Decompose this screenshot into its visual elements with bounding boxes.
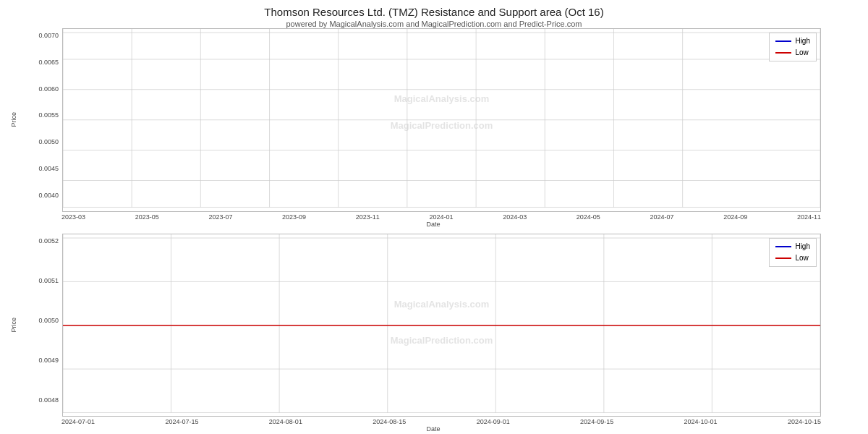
chart2-x-axis: 2024-07-01 2024-07-15 2024-08-01 2024-08…: [7, 418, 861, 425]
y1-tick3: 0.0055: [38, 111, 59, 119]
chart1-wrapper: Price 0.0070 0.0065 0.0060 0.0055 0.0050…: [7, 28, 861, 229]
main-title: Thomson Resources Ltd. (TMZ) Resistance …: [264, 6, 603, 18]
chart1-y-axis-label: Price: [10, 112, 17, 127]
x2-tick6: 2024-10-01: [684, 418, 718, 425]
chart2-plot: MagicalAnalysis.com MagicalPrediction.co…: [62, 234, 821, 417]
y1-tick2: 0.0060: [38, 85, 59, 93]
subtitle: powered by MagicalAnalysis.com and Magic…: [286, 20, 582, 28]
chart1-plot: MagicalAnalysis.com MagicalPrediction.co…: [62, 28, 821, 212]
x2-tick7: 2024-10-15: [788, 418, 821, 425]
y2-tick2: 0.0050: [38, 317, 59, 324]
chart1-y-label-container: Price: [7, 28, 20, 212]
y1-tick6: 0.0040: [38, 192, 59, 199]
page-container: Thomson Resources Ltd. (TMZ) Resistance …: [0, 0, 868, 434]
chart2-watermark1: MagicalAnalysis.com: [394, 298, 490, 309]
x1-tick5: 2024-01: [429, 213, 453, 221]
chart2-svg: MagicalAnalysis.com MagicalPrediction.co…: [63, 234, 820, 417]
y2-tick4: 0.0048: [38, 396, 59, 404]
chart1-low-label: Low: [795, 47, 808, 59]
x2-tick5: 2024-09-15: [580, 418, 613, 425]
chart2-legend-high: High: [775, 241, 810, 252]
chart2-low-line-icon: [775, 258, 791, 259]
chart2-low-label: Low: [795, 252, 808, 264]
x2-tick4: 2024-09-01: [477, 418, 510, 425]
x1-tick4: 2023-11: [356, 213, 380, 221]
chart2-y-axis-label: Price: [10, 318, 17, 333]
x1-tick3: 2023-09: [282, 213, 306, 221]
chart1-watermark1: MagicalAnalysis.com: [394, 93, 490, 104]
x1-tick8: 2024-07: [650, 213, 674, 221]
chart2-right-spacer: [821, 234, 861, 417]
x1-tick6: 2024-03: [503, 213, 527, 221]
chart1-legend: High Low: [769, 33, 817, 61]
chart2-legend-low: Low: [775, 252, 810, 264]
chart2-high-label: High: [795, 241, 810, 252]
chart2-y-axis: 0.0052 0.0051 0.0050 0.0049 0.0048: [20, 234, 62, 417]
chart2-y-label-container: Price: [7, 234, 20, 417]
chart1-high-label: High: [795, 35, 810, 47]
chart2-inner: Price 0.0052 0.0051 0.0050 0.0049 0.0048: [7, 234, 861, 417]
chart1-right-spacer: [821, 28, 861, 212]
chart1-low-line-icon: [775, 52, 791, 54]
x1-tick7: 2024-05: [576, 213, 600, 221]
chart2-x-label: Date: [7, 425, 861, 433]
chart1-legend-high: High: [775, 35, 810, 47]
chart2-legend: High Low: [769, 238, 817, 267]
chart1-x-label: Date: [7, 221, 861, 228]
y1-tick0: 0.0070: [38, 32, 59, 39]
x1-tick10: 2024-11: [797, 213, 821, 221]
y2-tick1: 0.0051: [38, 277, 59, 284]
x1-tick9: 2024-09: [723, 213, 747, 221]
chart1-svg: MagicalAnalysis.com MagicalPrediction.co…: [63, 29, 820, 211]
chart1-y-axis: 0.0070 0.0065 0.0060 0.0055 0.0050 0.004…: [20, 28, 62, 212]
x1-tick0: 2023-03: [61, 213, 85, 221]
chart1-high-line-icon: [775, 41, 791, 42]
chart2-wrapper: Price 0.0052 0.0051 0.0050 0.0049 0.0048: [7, 234, 861, 435]
y1-tick4: 0.0050: [38, 138, 59, 145]
x2-tick1: 2024-07-15: [165, 418, 198, 425]
x2-tick3: 2024-08-15: [373, 418, 406, 425]
chart1-legend-low: Low: [775, 47, 810, 59]
chart1-watermark2: MagicalPrediction.com: [391, 120, 493, 131]
chart1-x-axis: 2023-03 2023-05 2023-07 2023-09 2023-11 …: [7, 213, 861, 221]
x2-tick0: 2024-07-01: [61, 418, 95, 425]
chart2-high-line-icon: [775, 246, 791, 247]
y2-tick0: 0.0052: [38, 237, 59, 244]
chart1-inner: Price 0.0070 0.0065 0.0060 0.0055 0.0050…: [7, 28, 861, 212]
y2-tick3: 0.0049: [38, 357, 59, 364]
chart2-watermark2: MagicalPrediction.com: [391, 334, 493, 345]
y1-tick5: 0.0045: [38, 165, 59, 172]
y1-tick1: 0.0065: [38, 59, 59, 66]
x1-tick1: 2023-05: [135, 213, 159, 221]
charts-area: Price 0.0070 0.0065 0.0060 0.0055 0.0050…: [0, 28, 868, 434]
x1-tick2: 2023-07: [208, 213, 232, 221]
x2-tick2: 2024-08-01: [269, 418, 302, 425]
